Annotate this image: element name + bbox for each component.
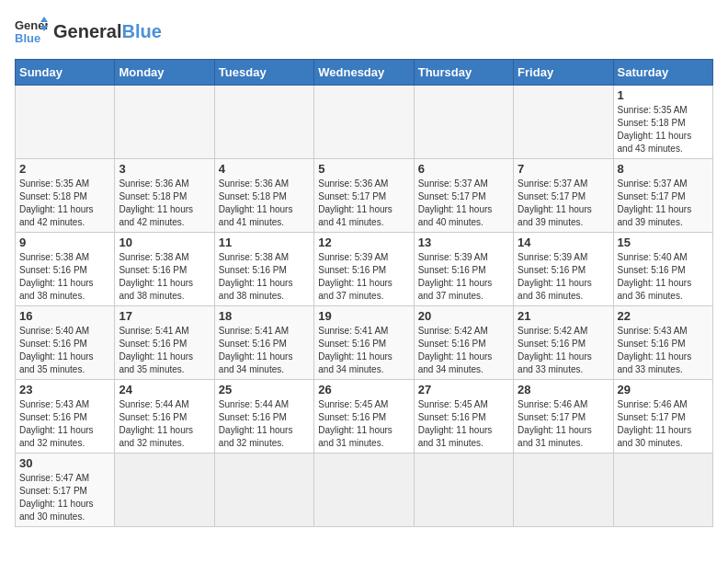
calendar-cell: 16Sunrise: 5:40 AM Sunset: 5:16 PM Dayli… (16, 306, 115, 380)
calendar-cell: 21Sunrise: 5:42 AM Sunset: 5:16 PM Dayli… (514, 306, 613, 380)
day-number: 11 (219, 236, 310, 249)
day-info: Sunrise: 5:46 AM Sunset: 5:17 PM Dayligh… (618, 398, 709, 450)
calendar-cell: 6Sunrise: 5:37 AM Sunset: 5:17 PM Daylig… (414, 159, 513, 233)
weekday-header-thursday: Thursday (414, 60, 513, 86)
calendar-cell: 26Sunrise: 5:45 AM Sunset: 5:16 PM Dayli… (314, 380, 414, 454)
calendar-cell (514, 86, 613, 159)
calendar-cell: 19Sunrise: 5:41 AM Sunset: 5:16 PM Dayli… (314, 306, 414, 380)
calendar-cell: 7Sunrise: 5:37 AM Sunset: 5:17 PM Daylig… (514, 159, 613, 233)
day-number: 3 (119, 162, 210, 176)
day-number: 17 (119, 309, 210, 323)
calendar-cell: 1Sunrise: 5:35 AM Sunset: 5:18 PM Daylig… (613, 86, 712, 159)
day-number: 23 (19, 383, 110, 396)
day-info: Sunrise: 5:35 AM Sunset: 5:18 PM Dayligh… (19, 178, 110, 229)
day-number: 28 (518, 383, 609, 396)
calendar-table: SundayMondayTuesdayWednesdayThursdayFrid… (15, 59, 713, 527)
day-info: Sunrise: 5:47 AM Sunset: 5:17 PM Dayligh… (19, 472, 110, 523)
day-info: Sunrise: 5:42 AM Sunset: 5:16 PM Dayligh… (518, 325, 609, 376)
calendar-cell (314, 86, 414, 159)
calendar-cell: 11Sunrise: 5:38 AM Sunset: 5:16 PM Dayli… (214, 233, 313, 306)
calendar-cell: 2Sunrise: 5:35 AM Sunset: 5:18 PM Daylig… (16, 159, 115, 233)
calendar-cell: 22Sunrise: 5:43 AM Sunset: 5:16 PM Dayli… (613, 306, 712, 380)
day-number: 18 (219, 309, 310, 323)
calendar-cell: 28Sunrise: 5:46 AM Sunset: 5:17 PM Dayli… (514, 380, 613, 454)
day-number: 14 (518, 236, 609, 249)
day-info: Sunrise: 5:45 AM Sunset: 5:16 PM Dayligh… (418, 398, 509, 450)
calendar-cell (314, 454, 414, 527)
day-info: Sunrise: 5:43 AM Sunset: 5:16 PM Dayligh… (19, 398, 110, 450)
calendar-cell (115, 86, 214, 159)
calendar-cell: 25Sunrise: 5:44 AM Sunset: 5:16 PM Dayli… (214, 380, 313, 454)
day-number: 15 (618, 236, 709, 249)
logo: General Blue GeneralBlue (15, 15, 162, 48)
weekday-header-sunday: Sunday (16, 60, 115, 86)
day-info: Sunrise: 5:46 AM Sunset: 5:17 PM Dayligh… (518, 398, 609, 450)
calendar-cell: 12Sunrise: 5:39 AM Sunset: 5:16 PM Dayli… (314, 233, 414, 306)
day-info: Sunrise: 5:36 AM Sunset: 5:17 PM Dayligh… (318, 178, 409, 229)
calendar-cell: 14Sunrise: 5:39 AM Sunset: 5:16 PM Dayli… (514, 233, 613, 306)
day-info: Sunrise: 5:40 AM Sunset: 5:16 PM Dayligh… (19, 325, 110, 376)
day-number: 24 (119, 383, 210, 396)
calendar-week-1: 1Sunrise: 5:35 AM Sunset: 5:18 PM Daylig… (16, 86, 713, 159)
weekday-header-monday: Monday (115, 60, 214, 86)
weekday-header-saturday: Saturday (613, 60, 712, 86)
day-info: Sunrise: 5:45 AM Sunset: 5:16 PM Dayligh… (318, 398, 409, 450)
day-info: Sunrise: 5:44 AM Sunset: 5:16 PM Dayligh… (219, 398, 310, 450)
calendar-cell (414, 86, 513, 159)
day-number: 21 (518, 309, 609, 323)
day-number: 12 (318, 236, 409, 249)
calendar-cell: 9Sunrise: 5:38 AM Sunset: 5:16 PM Daylig… (16, 233, 115, 306)
day-number: 4 (219, 162, 310, 176)
day-info: Sunrise: 5:39 AM Sunset: 5:16 PM Dayligh… (418, 251, 509, 303)
calendar-week-4: 16Sunrise: 5:40 AM Sunset: 5:16 PM Dayli… (16, 306, 713, 380)
day-info: Sunrise: 5:36 AM Sunset: 5:18 PM Dayligh… (219, 178, 310, 229)
svg-text:Blue: Blue (15, 31, 40, 45)
day-info: Sunrise: 5:42 AM Sunset: 5:16 PM Dayligh… (418, 325, 509, 376)
day-number: 2 (19, 162, 110, 176)
day-info: Sunrise: 5:43 AM Sunset: 5:16 PM Dayligh… (618, 325, 709, 376)
calendar-cell: 4Sunrise: 5:36 AM Sunset: 5:18 PM Daylig… (214, 159, 313, 233)
calendar-cell (16, 86, 115, 159)
day-number: 9 (19, 236, 110, 249)
day-number: 29 (618, 383, 709, 396)
calendar-cell: 10Sunrise: 5:38 AM Sunset: 5:16 PM Dayli… (115, 233, 214, 306)
calendar-cell: 30Sunrise: 5:47 AM Sunset: 5:17 PM Dayli… (16, 454, 115, 527)
day-info: Sunrise: 5:41 AM Sunset: 5:16 PM Dayligh… (219, 325, 310, 376)
day-info: Sunrise: 5:35 AM Sunset: 5:18 PM Dayligh… (618, 104, 709, 155)
day-number: 5 (318, 162, 409, 176)
day-number: 20 (418, 309, 509, 323)
calendar-cell: 18Sunrise: 5:41 AM Sunset: 5:16 PM Dayli… (214, 306, 313, 380)
calendar-cell: 17Sunrise: 5:41 AM Sunset: 5:16 PM Dayli… (115, 306, 214, 380)
day-number: 6 (418, 162, 509, 176)
day-info: Sunrise: 5:36 AM Sunset: 5:18 PM Dayligh… (119, 178, 210, 229)
weekday-header-friday: Friday (514, 60, 613, 86)
day-info: Sunrise: 5:37 AM Sunset: 5:17 PM Dayligh… (518, 178, 609, 229)
calendar-cell: 5Sunrise: 5:36 AM Sunset: 5:17 PM Daylig… (314, 159, 414, 233)
calendar-cell: 27Sunrise: 5:45 AM Sunset: 5:16 PM Dayli… (414, 380, 513, 454)
calendar-cell (613, 454, 712, 527)
calendar-cell: 24Sunrise: 5:44 AM Sunset: 5:16 PM Dayli… (115, 380, 214, 454)
calendar-cell (414, 454, 513, 527)
page-header: General Blue GeneralBlue (15, 15, 713, 48)
day-number: 1 (618, 88, 709, 102)
day-number: 26 (318, 383, 409, 396)
calendar-cell (115, 454, 214, 527)
calendar-cell: 8Sunrise: 5:37 AM Sunset: 5:17 PM Daylig… (613, 159, 712, 233)
day-number: 25 (219, 383, 310, 396)
calendar-header: SundayMondayTuesdayWednesdayThursdayFrid… (16, 60, 713, 86)
calendar-week-3: 9Sunrise: 5:38 AM Sunset: 5:16 PM Daylig… (16, 233, 713, 306)
day-info: Sunrise: 5:41 AM Sunset: 5:16 PM Dayligh… (119, 325, 210, 376)
day-info: Sunrise: 5:39 AM Sunset: 5:16 PM Dayligh… (518, 251, 609, 303)
day-number: 22 (618, 309, 709, 323)
day-info: Sunrise: 5:44 AM Sunset: 5:16 PM Dayligh… (119, 398, 210, 450)
day-number: 13 (418, 236, 509, 249)
day-number: 8 (618, 162, 709, 176)
weekday-header-wednesday: Wednesday (314, 60, 414, 86)
calendar-cell: 3Sunrise: 5:36 AM Sunset: 5:18 PM Daylig… (115, 159, 214, 233)
calendar-cell (214, 454, 313, 527)
calendar-cell: 15Sunrise: 5:40 AM Sunset: 5:16 PM Dayli… (613, 233, 712, 306)
calendar-cell: 23Sunrise: 5:43 AM Sunset: 5:16 PM Dayli… (16, 380, 115, 454)
day-number: 7 (518, 162, 609, 176)
day-info: Sunrise: 5:40 AM Sunset: 5:16 PM Dayligh… (618, 251, 709, 303)
day-info: Sunrise: 5:41 AM Sunset: 5:16 PM Dayligh… (318, 325, 409, 376)
